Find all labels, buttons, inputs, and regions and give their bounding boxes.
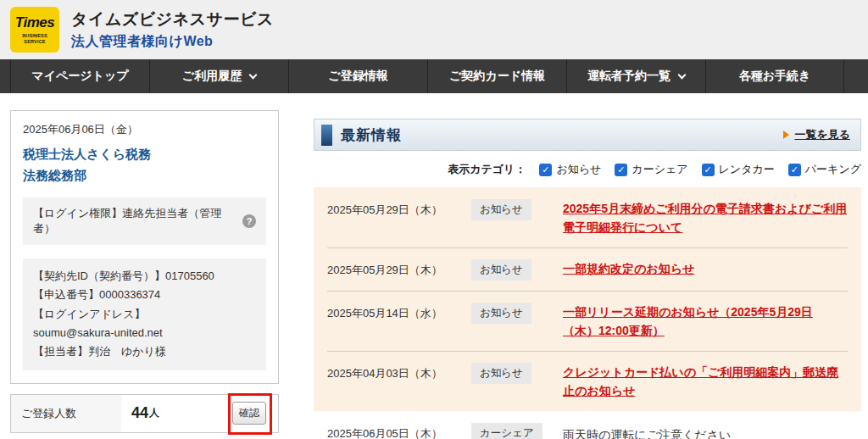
times-logo-subtext: BUSINESS SERVICE [22, 33, 47, 45]
main-column: 最新情報 一覧を見る 表示カテゴリ： ✓ お知らせ ✓ カーシェア ✓ レンタカ… [314, 119, 861, 439]
checkbox-checked-icon[interactable]: ✓ [539, 164, 552, 176]
news-category-badge: カーシェア [471, 423, 542, 439]
header-titles: タイムズビジネスサービス 法人管理者様向けWeb [71, 8, 274, 51]
application-number-line: 【申込番号】0000336374 [33, 286, 256, 304]
checkbox-checked-icon[interactable]: ✓ [615, 164, 627, 176]
help-icon[interactable]: ? [242, 214, 256, 228]
filter-option-rentacar[interactable]: ✓ レンタカー [702, 162, 775, 177]
news-list-plain: 2025年06月05日（木） カーシェア 雨天時の運転にご注意ください [314, 423, 861, 439]
contract-id-line: 【契約先ID（契約番号）】01705560 [33, 267, 256, 286]
account-summary-box: 2025年06月06日（金） 税理士法人さくら税務 法務総務部 【ログイン権限】… [10, 110, 279, 384]
registered-count-confirm-button[interactable]: 確認 [232, 402, 266, 425]
app-header: Times BUSINESS SERVICE タイムズビジネスサービス 法人管理… [0, 0, 868, 59]
news-date: 2025年06月05日（木） [327, 423, 454, 439]
news-title-text: 雨天時の運転にご注意ください [563, 423, 848, 439]
section-bar-icon [321, 125, 332, 146]
news-title-link[interactable]: 2025年5月末締めご利用分の電子請求書およびご利用電子明細発行について [563, 199, 848, 237]
current-date: 2025年06月06日（金） [23, 122, 266, 137]
news-row: 2025年05月29日（木） お知らせ 一部規約改定のお知らせ [327, 247, 848, 291]
main-nav: マイページトップ ご利用履歴 ご登録情報 ご契約カード情報 運転者予約一覧 各種… [0, 59, 868, 93]
nav-contract-card-info[interactable]: ご契約カード情報 [427, 59, 566, 93]
filter-option-carshare[interactable]: ✓ カーシェア [615, 162, 687, 177]
section-title: 最新情報 [341, 125, 402, 145]
news-row: 2025年05月14日（水） お知らせ 一部リリース延期のお知らせ（2025年5… [327, 291, 848, 351]
news-category-badge: お知らせ [471, 199, 531, 220]
sidebar: 2025年06月06日（金） 税理士法人さくら税務 法務総務部 【ログイン権限】… [10, 110, 279, 439]
service-title: タイムズビジネスサービス [71, 8, 274, 31]
news-date: 2025年05月29日（木） [327, 199, 454, 218]
chevron-down-icon [249, 70, 258, 79]
news-list-highlighted: 2025年05月29日（木） お知らせ 2025年5月末締めご利用分の電子請求書… [314, 187, 861, 411]
latest-news-header: 最新情報 一覧を見る [314, 119, 861, 151]
checkbox-checked-icon[interactable]: ✓ [788, 164, 801, 176]
news-title-link[interactable]: クレジットカード払いの「ご利用明細案内」郵送廃止のお知らせ [563, 363, 848, 401]
times-logo: Times BUSINESS SERVICE [10, 7, 59, 53]
company-name: 税理士法人さくら税務 [23, 147, 266, 163]
news-row: 2025年04月03日（木） お知らせ クレジットカード払いの「ご利用明細案内」… [327, 351, 848, 411]
nav-registration-info[interactable]: ご登録情報 [288, 59, 427, 93]
nav-mypage-top[interactable]: マイページトップ [10, 59, 149, 93]
news-title-link[interactable]: 一部リリース延期のお知らせ（2025年5月29日（木）12:00更新） [563, 303, 848, 341]
registered-count-label: ご登録人数 [11, 395, 121, 432]
news-date: 2025年05月14日（水） [327, 303, 454, 321]
times-logo-text: Times [15, 14, 54, 31]
contract-info-box: 【契約先ID（契約番号）】01705560 【申込番号】0000336374 【… [23, 258, 266, 370]
checkbox-checked-icon[interactable]: ✓ [702, 164, 715, 176]
chevron-down-icon [678, 70, 687, 79]
news-category-badge: お知らせ [471, 363, 531, 384]
news-date: 2025年05月29日（木） [327, 259, 454, 278]
nav-procedures[interactable]: 各種お手続き [705, 59, 844, 93]
category-filter: 表示カテゴリ： ✓ お知らせ ✓ カーシェア ✓ レンタカー ✓ パーキング [314, 162, 861, 177]
news-category-badge: お知らせ [471, 259, 531, 281]
news-row: 2025年06月05日（木） カーシェア 雨天時の運転にご注意ください [327, 423, 848, 439]
nav-driver-reservations[interactable]: 運転者予約一覧 [566, 59, 705, 93]
filter-option-parking[interactable]: ✓ パーキング [788, 162, 861, 177]
news-title-link[interactable]: 一部規約改定のお知らせ [563, 259, 848, 278]
contact-person-line: 【担当者】判治 ゆかり様 [33, 342, 256, 361]
news-date: 2025年04月03日（木） [327, 363, 454, 381]
view-all-link[interactable]: 一覧を見る [783, 127, 850, 142]
filter-label: 表示カテゴリ： [448, 162, 526, 177]
arrow-right-icon [783, 131, 789, 139]
login-address-label: 【ログインアドレス】 [33, 305, 256, 324]
registered-count-row: ご登録人数 44人 確認 [10, 394, 279, 433]
page-content: 2025年06月06日（金） 税理士法人さくら税務 法務総務部 【ログイン権限】… [0, 93, 868, 439]
department-name: 法務総務部 [23, 168, 266, 184]
filter-option-oshirase[interactable]: ✓ お知らせ [539, 162, 601, 177]
news-category-badge: お知らせ [471, 303, 531, 324]
news-row: 2025年05月29日（木） お知らせ 2025年5月末締めご利用分の電子請求書… [327, 188, 848, 247]
nav-usage-history[interactable]: ご利用履歴 [149, 59, 288, 93]
login-role-box: 【ログイン権限】連絡先担当者（管理者） ? [23, 197, 266, 245]
service-subtitle: 法人管理者様向けWeb [71, 33, 274, 51]
login-address-value: soumu@sakura-united.net [33, 324, 256, 342]
registered-count-value: 44人 [121, 395, 232, 432]
login-role-text: 【ログイン権限】連絡先担当者（管理者） [33, 206, 235, 236]
